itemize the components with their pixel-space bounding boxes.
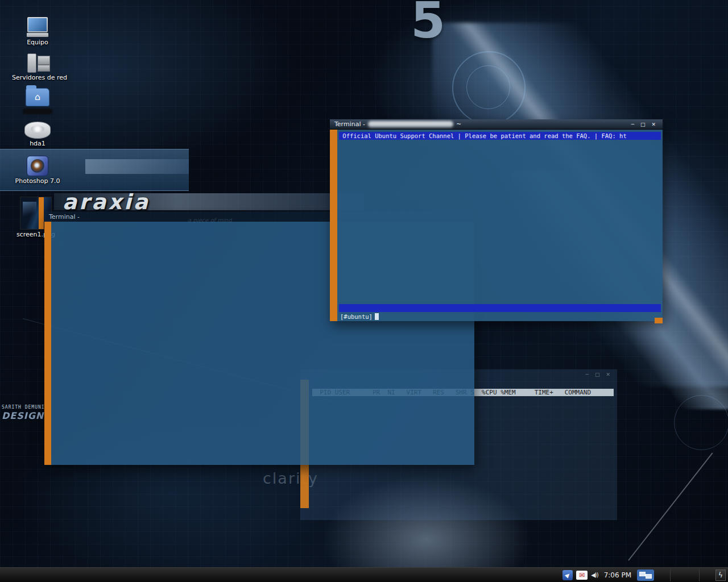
censored-label	[23, 109, 52, 114]
window-corner-accent	[655, 318, 663, 323]
wallpaper-hud-ring-2	[674, 395, 728, 450]
irc-window-title-suffix: ~	[456, 120, 461, 128]
nmap-window-title: Terminal -	[49, 213, 80, 221]
clock[interactable]: 7:06 PM	[604, 571, 631, 579]
desktop-icon-photoshop[interactable]: Photoshop 7.0	[12, 156, 63, 185]
taskbar: ▶ ✉ ◀)) 7:06 PM ϟ	[0, 567, 728, 582]
censored-hostname	[368, 121, 453, 127]
wallpaper-araxia-logo: araxia	[63, 190, 150, 214]
irc-terminal-body[interactable]: Official Ubuntu Support Channel | Please…	[330, 130, 663, 321]
irc-topic-bar: Official Ubuntu Support Channel | Please…	[339, 132, 661, 140]
irc-status-bar	[339, 304, 661, 312]
volume-icon[interactable]: ◀))	[591, 572, 598, 578]
photoshop-icon	[27, 156, 48, 176]
irc-input-channel: [#ubuntu]	[340, 313, 373, 320]
desktop-icon-hda1[interactable]: hda1	[12, 122, 63, 147]
wallpaper-hud-ring-inner	[466, 65, 510, 109]
network-monitor-icon[interactable]	[637, 569, 654, 581]
window-controls-icons[interactable]: ─ □ ✕	[586, 372, 613, 377]
wallpaper-tech-strip	[85, 159, 189, 174]
tray-separator	[699, 569, 700, 581]
wallpaper-brand-bar	[54, 193, 364, 210]
show-desktop-icon[interactable]: ϟ	[715, 569, 726, 581]
desktop-icon-home-folder[interactable]: ⌂	[12, 88, 63, 114]
window-controls-icons[interactable]: ─ □ ✕	[631, 122, 658, 127]
tray-separator	[670, 569, 671, 581]
desktop-icon-label: Equipo	[12, 39, 63, 46]
wallpaper-number-5: 5	[411, 0, 445, 49]
text-cursor	[375, 313, 379, 320]
hard-disk-icon	[24, 122, 51, 139]
wallpaper-credit-name: SARITH DEMUNI	[2, 405, 45, 410]
desktop-icon-label: hda1	[12, 140, 63, 147]
desktop-icon-equipo[interactable]: Equipo	[12, 17, 63, 46]
irc-window-title-prefix: Terminal -	[334, 120, 365, 128]
desktop: 5 araxia a piece of mind SARITH DEMUNI D…	[0, 0, 728, 582]
irc-window-titlebar[interactable]: Terminal - ~ ─ □ ✕	[330, 119, 663, 130]
wallpaper-diagonal-line	[628, 452, 713, 560]
mail-notifier-icon[interactable]: ✉	[576, 571, 588, 580]
network-servers-icon	[25, 53, 50, 73]
irc-input-line[interactable]: [#ubuntu]	[337, 312, 663, 321]
desktop-icon-servidores[interactable]: Servidores de red	[12, 53, 63, 81]
wallpaper-hud-ring	[452, 51, 526, 124]
desktop-icon-label: Servidores de red	[12, 74, 63, 81]
irc-terminal-window[interactable]: Terminal - ~ ─ □ ✕ Official Ubuntu Suppo…	[330, 119, 663, 321]
computer-icon	[26, 17, 49, 38]
home-folder-icon: ⌂	[26, 88, 49, 106]
desktop-icon-label: Photoshop 7.0	[12, 177, 63, 185]
system-tray: ▶ ✉ ◀)) 7:06 PM ϟ	[562, 569, 728, 581]
irc-chat-lines	[337, 141, 663, 304]
tray-arrow-icon[interactable]: ▶	[562, 570, 573, 580]
wallpaper-credit-design: DESIGN	[2, 410, 44, 421]
